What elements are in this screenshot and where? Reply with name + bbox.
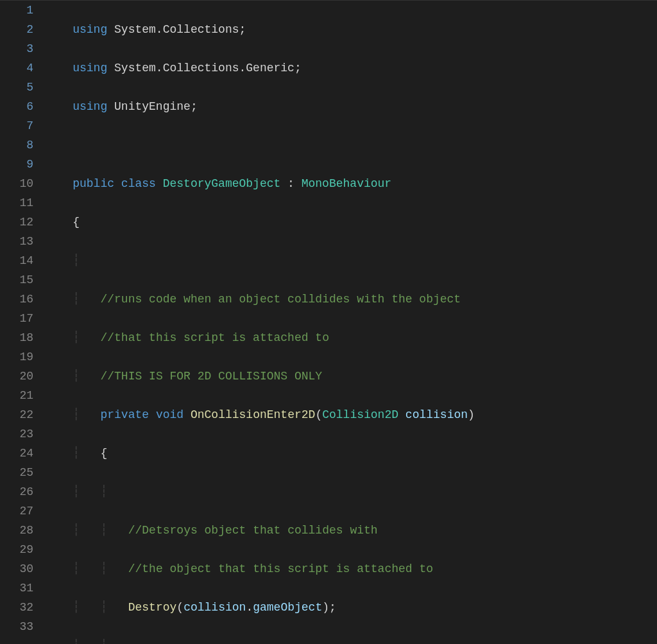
- line-number: 24: [0, 444, 33, 463]
- line-number: 13: [0, 232, 33, 251]
- line-number: 11: [0, 193, 33, 213]
- line-number-gutter: 1 2 3 4 5 6 7 8 9 10 11 12 13 14 15 16 1…: [0, 1, 45, 644]
- line-number: 10: [0, 174, 33, 193]
- line-number: 17: [0, 309, 33, 328]
- code-line[interactable]: ┆ //THIS IS FOR 2D COLLISIONS ONLY: [45, 367, 657, 386]
- line-number: 15: [0, 270, 33, 290]
- code-line[interactable]: ┆ private void OnCollisionEnter2D(Collis…: [45, 405, 657, 424]
- code-editor[interactable]: 1 2 3 4 5 6 7 8 9 10 11 12 13 14 15 16 1…: [0, 0, 657, 644]
- line-number: 22: [0, 405, 33, 424]
- line-number: 31: [0, 579, 33, 598]
- line-number: 29: [0, 540, 33, 559]
- code-line[interactable]: ┆ ┆: [45, 636, 657, 644]
- line-number: 23: [0, 424, 33, 444]
- line-number: 16: [0, 290, 33, 309]
- line-number: 9: [0, 155, 33, 174]
- code-line[interactable]: ┆ {: [45, 444, 657, 463]
- code-line[interactable]: ┆: [45, 251, 657, 270]
- line-number: 27: [0, 501, 33, 521]
- line-number: 25: [0, 463, 33, 482]
- code-line[interactable]: ┆ ┆ //the object that this script is att…: [45, 559, 657, 579]
- code-area[interactable]: using System.Collections; using System.C…: [45, 1, 657, 644]
- line-number: 4: [0, 58, 33, 78]
- line-number: 30: [0, 559, 33, 579]
- line-number: 12: [0, 213, 33, 232]
- code-line[interactable]: ┆ //runs code when an object colldides w…: [45, 290, 657, 309]
- line-number: 20: [0, 367, 33, 386]
- code-line[interactable]: ┆ //that this script is attached to: [45, 328, 657, 347]
- code-line[interactable]: public class DestoryGameObject : MonoBeh…: [45, 174, 657, 193]
- line-number: 8: [0, 135, 33, 155]
- code-line[interactable]: using System.Collections.Generic;: [45, 58, 657, 78]
- line-number: 33: [0, 617, 33, 636]
- line-number: 3: [0, 39, 33, 58]
- line-number: 28: [0, 521, 33, 540]
- line-number: 18: [0, 328, 33, 347]
- code-line[interactable]: ┆ ┆ //Detsroys object that collides with: [45, 521, 657, 540]
- line-number: 14: [0, 251, 33, 270]
- code-line[interactable]: ┆ ┆ Destroy(collision.gameObject);: [45, 598, 657, 617]
- line-number: 1: [0, 1, 33, 20]
- line-number: 19: [0, 347, 33, 367]
- line-number: 26: [0, 482, 33, 501]
- line-number: 5: [0, 78, 33, 97]
- line-number: 6: [0, 97, 33, 116]
- line-number: 32: [0, 598, 33, 617]
- code-line[interactable]: using System.Collections;: [45, 20, 657, 39]
- code-line[interactable]: using UnityEngine;: [45, 97, 657, 116]
- code-line[interactable]: ┆ ┆: [45, 482, 657, 501]
- line-number: 7: [0, 116, 33, 135]
- code-line[interactable]: [45, 135, 657, 155]
- code-line[interactable]: {: [45, 213, 657, 232]
- line-number: 2: [0, 20, 33, 39]
- line-number: 21: [0, 386, 33, 405]
